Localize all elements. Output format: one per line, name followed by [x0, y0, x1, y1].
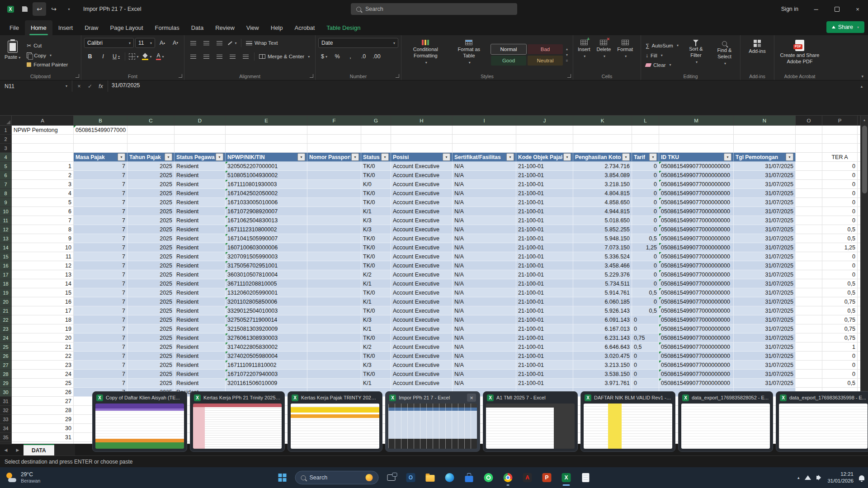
- cell-o23[interactable]: [796, 324, 822, 333]
- cell-g28[interactable]: TK/0: [361, 370, 391, 379]
- cell-e27[interactable]: 1671110911810002: [226, 361, 307, 370]
- cell-m20[interactable]: 0508615499077000000000: [659, 297, 734, 306]
- cell-h10[interactable]: Account Executive: [391, 207, 453, 216]
- cell-a13[interactable]: 9: [12, 234, 74, 243]
- cell-c14[interactable]: 2025: [127, 243, 175, 252]
- sheet-tab-hidden[interactable]: [54, 444, 75, 456]
- cell-d18[interactable]: Resident: [175, 279, 226, 288]
- row-header-23[interactable]: 23: [0, 324, 12, 333]
- cell-a21[interactable]: 17: [12, 306, 74, 315]
- taskbar-file-explorer-button[interactable]: [421, 469, 439, 487]
- addins-button[interactable]: Add-ins: [747, 38, 767, 72]
- start-button[interactable]: [274, 469, 292, 487]
- cell-f2[interactable]: [307, 135, 361, 144]
- filter-button-f[interactable]: ▾: [351, 153, 359, 161]
- cell-p11[interactable]: 0: [822, 216, 858, 225]
- cell-g12[interactable]: K/3: [361, 225, 391, 234]
- cell-n10[interactable]: 31/07/2025: [734, 207, 796, 216]
- underline-button[interactable]: U▾: [110, 52, 122, 61]
- cell-k26[interactable]: 3.020.475: [573, 352, 632, 361]
- row-header-25[interactable]: 25: [0, 343, 12, 352]
- cell-o17[interactable]: [796, 270, 822, 279]
- cell-i9[interactable]: N/A: [453, 198, 516, 207]
- cell-b11[interactable]: 7: [74, 216, 127, 225]
- create-pdf-button[interactable]: Create and Share Adobe PDF: [777, 38, 822, 72]
- cell-h9[interactable]: Account Executive: [391, 198, 453, 207]
- cell-c1[interactable]: [127, 126, 175, 135]
- cell-i10[interactable]: N/A: [453, 207, 516, 216]
- cell-h8[interactable]: Account Executive: [391, 189, 453, 198]
- cell-j3[interactable]: [516, 144, 573, 153]
- copy-button[interactable]: Copy▾: [25, 52, 70, 59]
- cell-g15[interactable]: TK/0: [361, 252, 391, 261]
- cell-h20[interactable]: Account Executive: [391, 297, 453, 306]
- cell-style-neutral[interactable]: Neutral: [528, 56, 563, 66]
- row-header-2[interactable]: 2: [0, 135, 12, 144]
- cell-g19[interactable]: TK/0: [361, 288, 391, 297]
- cell-h21[interactable]: Account Executive: [391, 306, 453, 315]
- cell-l5[interactable]: 0: [632, 162, 659, 171]
- row-header-35[interactable]: 35: [0, 433, 12, 442]
- cell-b20[interactable]: 7: [74, 297, 127, 306]
- cell-f20[interactable]: [307, 297, 361, 306]
- cell-p5[interactable]: 0: [822, 162, 858, 171]
- cell-h18[interactable]: Account Executive: [391, 279, 453, 288]
- gallery-down-icon[interactable]: ▾: [566, 53, 568, 57]
- cell-a32[interactable]: 28: [12, 406, 74, 415]
- cell-k18[interactable]: 5.734.511: [573, 279, 632, 288]
- cell-i23[interactable]: N/A: [453, 324, 516, 333]
- preview-card-2[interactable]: XKertas Kerja PPh 21 Trinity 2025 ...: [190, 391, 285, 452]
- sign-in-button[interactable]: Sign in: [774, 6, 806, 12]
- preview-card-7[interactable]: Xdata_export_1769835828052 - E...: [678, 391, 773, 452]
- enter-icon[interactable]: ✓: [85, 82, 95, 91]
- select-all-button[interactable]: [0, 116, 12, 126]
- cell-d8[interactable]: Resident: [175, 189, 226, 198]
- cell-m5[interactable]: 0508615499077000000000: [659, 162, 734, 171]
- cell-c15[interactable]: 2025: [127, 252, 175, 261]
- cell-a7[interactable]: 3: [12, 180, 74, 189]
- cell-d9[interactable]: Resident: [175, 198, 226, 207]
- cell-i5[interactable]: N/A: [453, 162, 516, 171]
- decrease-decimal-button[interactable]: .00: [371, 52, 382, 61]
- tab-insert[interactable]: Insert: [52, 20, 79, 35]
- cell-n8[interactable]: 31/07/2025: [734, 189, 796, 198]
- cell-m24[interactable]: 0508615499077000000000: [659, 333, 734, 343]
- cell-c9[interactable]: 2025: [127, 198, 175, 207]
- cell-k5[interactable]: 2.734.716: [573, 162, 632, 171]
- cell-c19[interactable]: 2025: [127, 288, 175, 297]
- cell-n2[interactable]: [734, 135, 796, 144]
- cell-c10[interactable]: 2025: [127, 207, 175, 216]
- cell-l27[interactable]: 0: [632, 361, 659, 370]
- cell-i29[interactable]: N/A: [453, 379, 516, 388]
- cell-e25[interactable]: 3174022805830002: [226, 343, 307, 352]
- cell-n7[interactable]: 31/07/2025: [734, 180, 796, 189]
- cell-g21[interactable]: TK/0: [361, 306, 391, 315]
- cell-e12[interactable]: 1671112310800002: [226, 225, 307, 234]
- cell-h19[interactable]: Account Executive: [391, 288, 453, 297]
- cell-k14[interactable]: 7.073.150: [573, 243, 632, 252]
- title-search-box[interactable]: Search: [351, 3, 517, 15]
- cell-a23[interactable]: 19: [12, 324, 74, 333]
- cell-a30[interactable]: 26: [12, 388, 74, 397]
- cell-c29[interactable]: 2025: [127, 379, 175, 388]
- cell-g25[interactable]: K/2: [361, 343, 391, 352]
- cell-b13[interactable]: 7: [74, 234, 127, 243]
- sort-filter-button[interactable]: Sort & Filter▾: [683, 38, 709, 72]
- cell-k23[interactable]: 6.167.013: [573, 324, 632, 333]
- column-header-b[interactable]: B: [74, 116, 127, 126]
- cell-n17[interactable]: 31/07/2025: [734, 270, 796, 279]
- cell-o28[interactable]: [796, 370, 822, 379]
- row-header-16[interactable]: 16: [0, 261, 12, 270]
- cell-k2[interactable]: [573, 135, 632, 144]
- cell-m16[interactable]: 0508615499077000000000: [659, 261, 734, 270]
- cell-e13[interactable]: 1671041505990007: [226, 234, 307, 243]
- cell-k27[interactable]: 3.213.150: [573, 361, 632, 370]
- cell-m2[interactable]: [659, 135, 734, 144]
- cell-k3[interactable]: [573, 144, 632, 153]
- taskbar-excel-button[interactable]: [557, 469, 576, 487]
- row-header-7[interactable]: 7: [0, 180, 12, 189]
- cell-a28[interactable]: 24: [12, 370, 74, 379]
- cell-b18[interactable]: 7: [74, 279, 127, 288]
- cell-p20[interactable]: 0,75: [822, 297, 858, 306]
- cell-e17[interactable]: 3603010507810004: [226, 270, 307, 279]
